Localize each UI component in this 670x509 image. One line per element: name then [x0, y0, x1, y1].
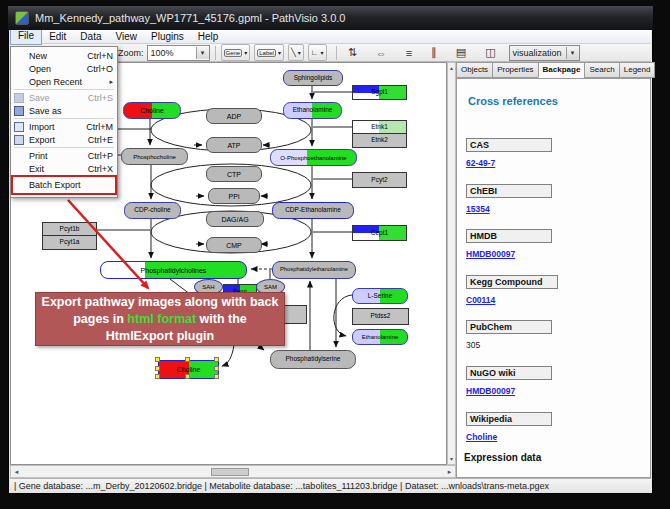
menu-shortcut: Ctrl+N [87, 51, 113, 61]
pathway-node-dag-ag[interactable]: DAG/AG [206, 211, 264, 227]
menu-item-label: Batch Export [29, 180, 81, 190]
common-width-icon[interactable]: ▤ [450, 45, 472, 61]
menu-item-new[interactable]: NewCtrl+N [11, 49, 117, 62]
selection-handle[interactable] [214, 366, 219, 371]
chevron-down-icon[interactable]: ▾ [298, 49, 301, 56]
pathway-node-sphingolipids[interactable]: Sphingolipids [283, 70, 343, 86]
xref-link[interactable]: C00114 [466, 295, 495, 305]
menu-item-print[interactable]: PrintCtrl+P [11, 149, 117, 162]
menu-item-open[interactable]: OpenCtrl+O [11, 62, 117, 75]
pathway-node-adp[interactable]: ADP [206, 108, 262, 124]
menu-item-exit[interactable]: ExitCtrl+X [11, 162, 117, 175]
pathway-node-etnk2[interactable]: Etnk2 [352, 133, 407, 148]
gene-node-tool[interactable]: Gene▾ [221, 44, 251, 61]
menu-item-import[interactable]: ImportCtrl+M [11, 120, 117, 133]
pathway-node-ethanolamine-bottom[interactable]: Ethanolamine [352, 329, 408, 345]
pathway-node-phosphocholine[interactable]: Phosphocholine [121, 148, 188, 165]
pathway-node-choline-top[interactable]: Choline [123, 102, 181, 119]
pathway-node-pcyt2[interactable]: Pcyt2 [352, 172, 407, 188]
pathway-node-atp[interactable]: ATP [206, 137, 262, 153]
xref-link[interactable]: HMDB00097 [466, 386, 515, 396]
pathway-node-ptdss2[interactable]: Ptdss2 [352, 308, 409, 325]
menubar-item-view[interactable]: View [108, 30, 144, 44]
open-folder-icon [14, 64, 29, 74]
common-height-icon[interactable]: ◫ [479, 45, 501, 61]
pathway-node-l-serine[interactable]: L-Serine [352, 288, 408, 304]
chevron-down-icon[interactable]: ▾ [196, 47, 209, 59]
pathway-node-pcyt1a[interactable]: Pcyt1a [42, 235, 97, 250]
menu-item-save-as[interactable]: Save as [11, 104, 117, 117]
tab-properties[interactable]: Properties [492, 62, 538, 78]
menubar-item-edit[interactable]: Edit [42, 30, 73, 44]
scroll-right-icon[interactable]: ▸ [444, 466, 455, 477]
chevron-down-icon[interactable]: ▾ [566, 47, 579, 59]
xref-link[interactable]: Choline [466, 432, 497, 442]
visualization-combobox[interactable]: visualization ▾ [509, 45, 580, 61]
canvas-vertical-scrollbar[interactable]: ▴ ▾ [447, 62, 456, 465]
expression-data-heading: Expression data [464, 452, 541, 463]
node-label: CDP-Ethanolamine [285, 207, 341, 214]
selection-handle[interactable] [155, 357, 160, 362]
distribute-rows-icon[interactable]: ≡ [400, 45, 418, 61]
chevron-down-icon[interactable]: ▾ [278, 49, 281, 56]
menu-item-export[interactable]: ExportCtrl+E [11, 133, 117, 146]
menu-item-open-recent[interactable]: Open Recent▸ [11, 75, 117, 88]
tab-backpage[interactable]: Backpage [538, 62, 586, 78]
pathway-node-ctp[interactable]: CTP [206, 166, 262, 182]
scrollbar-thumb[interactable] [211, 468, 249, 476]
selection-handle[interactable] [185, 374, 190, 379]
title-bar[interactable]: Mm_Kennedy_pathway_WP1771_45176.gpml - P… [8, 6, 653, 30]
tab-objects[interactable]: Objects [456, 62, 493, 78]
scroll-down-icon[interactable]: ▾ [448, 454, 455, 464]
canvas-horizontal-scrollbar[interactable]: ◂ ▸ [10, 465, 456, 478]
connector-tool[interactable]: ∟▾ [308, 44, 327, 61]
tab-legend[interactable]: Legend [619, 62, 656, 78]
xref-section-chebi: ChEBI [466, 184, 552, 198]
xref-link[interactable]: 15354 [466, 204, 490, 214]
connector-tool-glyph: ∟ [311, 48, 319, 57]
chevron-down-icon[interactable]: ▾ [321, 49, 324, 56]
menubar-item-help[interactable]: Help [191, 30, 226, 44]
pathway-node-phosphatidylserine[interactable]: Phosphatidylserine [270, 350, 356, 369]
pathway-node-ethanolamine-top[interactable]: Ethanolamine [283, 102, 342, 119]
selection-handle[interactable] [155, 366, 160, 371]
chevron-down-icon[interactable]: ▾ [244, 49, 247, 56]
pathway-node-ppi[interactable]: PPi [208, 188, 260, 204]
node-label: Phosphocholine [133, 154, 176, 160]
selection-handle[interactable] [214, 357, 219, 362]
selection-handle[interactable] [155, 374, 160, 379]
pathway-node-cdp-ethanolamine[interactable]: CDP-Ethanolamine [272, 202, 354, 219]
xref-link[interactable]: 62-49-7 [466, 158, 495, 168]
align-center-horizontal-icon[interactable]: ⇔ [370, 45, 393, 61]
save-icon [14, 93, 29, 103]
pathway-node-phosphatidylethanolamine[interactable]: Phosphatidylethanolamine [272, 261, 356, 279]
window-title: Mm_Kennedy_pathway_WP1771_45176.gpml - P… [35, 12, 345, 24]
node-label: Sgpl1 [371, 89, 388, 96]
menu-item-batch-export[interactable]: Batch Export [11, 175, 117, 195]
pathway-node-sgpl1[interactable]: Sgpl1 [352, 85, 407, 100]
scroll-up-icon[interactable]: ▴ [448, 63, 455, 73]
align-center-vertical-icon[interactable]: ⇅ [342, 45, 363, 61]
pathway-node-cmp[interactable]: CMP [206, 237, 262, 253]
zoom-value: 100% [151, 48, 174, 58]
pathway-node-phosphatidylcholines[interactable]: Phosphatidylcholines [100, 261, 247, 279]
pathway-node-cdp-choline[interactable]: CDP-choline [124, 202, 181, 219]
sidebar-tabbar: ObjectsPropertiesBackpageSearchLegend [456, 62, 651, 78]
label-tool[interactable]: Label▾ [254, 44, 284, 61]
menu-bar: FileEditDataViewPluginsHelp [10, 30, 651, 44]
distribute-columns-icon[interactable]: ∥ [425, 45, 443, 61]
line-tool[interactable]: ╲▾ [288, 44, 304, 61]
pathway-node-o-phosphoethanolamine[interactable]: O-Phosphoethanolamine [270, 149, 357, 166]
selection-handle[interactable] [185, 357, 190, 362]
tab-search[interactable]: Search [584, 62, 619, 78]
menubar-item-data[interactable]: Data [73, 30, 108, 44]
pathway-node-cept1[interactable]: Cept1 [352, 225, 407, 241]
scroll-left-icon[interactable]: ◂ [11, 466, 22, 477]
menubar-item-plugins[interactable]: Plugins [144, 30, 191, 44]
selection-handle[interactable] [214, 374, 219, 379]
zoom-combobox[interactable]: 100% ▾ [147, 45, 210, 61]
menu-item-save: SaveCtrl+S [11, 91, 117, 104]
xref-link[interactable]: HMDB00097 [466, 249, 515, 259]
menubar-item-file[interactable]: File [10, 29, 42, 45]
save-icon [14, 93, 24, 103]
